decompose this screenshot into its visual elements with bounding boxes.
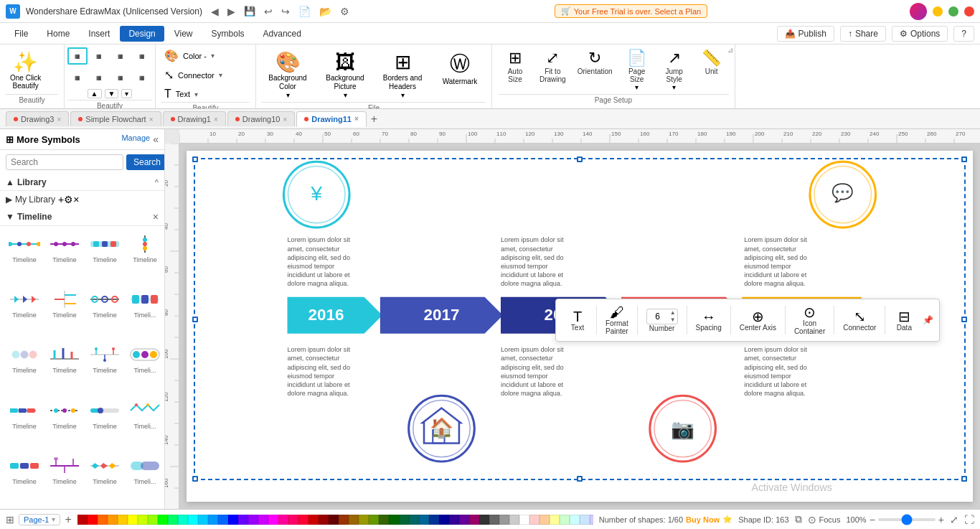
beautify-scroll-up[interactable]: ▲: [88, 89, 102, 98]
symbol-item-8[interactable]: Timeline: [6, 341, 43, 393]
my-library-settings-btn[interactable]: ⚙: [64, 194, 73, 205]
library-expand[interactable]: ▲ Library: [6, 177, 47, 187]
my-library-close-btn[interactable]: ×: [73, 194, 79, 205]
color-swatch[interactable]: [258, 515, 268, 525]
tab-close-drawing11[interactable]: ×: [354, 115, 359, 123]
stool-data[interactable]: ⊟ Data: [888, 306, 920, 334]
page-size-btn[interactable]: 📄 PageSize ▾: [620, 47, 654, 94]
color-swatch[interactable]: [158, 515, 168, 525]
color-swatch[interactable]: [228, 515, 238, 525]
color-swatch[interactable]: [188, 515, 198, 525]
fit-drawing-btn[interactable]: ⤢ Fit toDrawing: [535, 47, 570, 94]
minimize-btn[interactable]: [933, 6, 943, 17]
beautify-shape-2[interactable]: ▦: [89, 47, 109, 65]
menu-item-design[interactable]: Design: [120, 26, 164, 42]
stool-text[interactable]: T Text: [562, 306, 593, 334]
menu-item-file[interactable]: File: [6, 26, 37, 42]
search-input[interactable]: [6, 154, 123, 170]
color-swatch[interactable]: [540, 515, 550, 525]
canvas-area[interactable]: 1020304050607080901001101201301401501601…: [165, 129, 980, 509]
stool-icon-container[interactable]: ⊙ IconContainer: [788, 302, 831, 338]
color-swatch[interactable]: [499, 515, 509, 525]
color-swatch[interactable]: [168, 515, 178, 525]
color-swatch[interactable]: [459, 515, 469, 525]
color-swatch[interactable]: [77, 515, 88, 525]
zoom-in-btn[interactable]: +: [938, 514, 944, 525]
fit-page-btn[interactable]: ⤢: [950, 514, 958, 525]
color-swatch[interactable]: [359, 515, 369, 525]
menu-item-home[interactable]: Home: [38, 26, 78, 42]
auto-size-btn[interactable]: ⊞ AutoSize: [498, 47, 532, 94]
symbol-item-1[interactable]: Timeline: [46, 230, 83, 283]
layers-btn[interactable]: ⧉: [795, 513, 802, 525]
close-btn[interactable]: [964, 6, 974, 17]
fullscreen-btn[interactable]: ⛶: [964, 514, 974, 525]
color-swatch[interactable]: [88, 515, 98, 525]
color-swatch[interactable]: [128, 515, 138, 525]
color-swatch[interactable]: [469, 515, 479, 525]
color-swatch[interactable]: [550, 515, 560, 525]
tab-close-drawing1[interactable]: ×: [214, 116, 218, 123]
beautify-shape-1[interactable]: ▦: [67, 47, 88, 65]
stool-format-painter[interactable]: 🖌 FormatPainter: [600, 302, 634, 338]
beautify-shape-5[interactable]: ▦: [67, 69, 88, 86]
symbol-item-12[interactable]: Timeline: [6, 397, 43, 449]
symbol-item-10[interactable]: Timeline: [86, 341, 123, 393]
page-setup-expand-btn[interactable]: ⊿: [727, 46, 733, 54]
color-swatch[interactable]: [409, 515, 419, 525]
stool-spacing[interactable]: ↔ Spacing: [690, 306, 727, 334]
stool-number[interactable]: ▲ ▼ Number: [641, 306, 684, 335]
symbol-item-13[interactable]: Timeline: [46, 397, 83, 449]
beautify-shape-6[interactable]: ▦: [89, 69, 109, 86]
color-swatch[interactable]: [339, 515, 349, 525]
buy-now-btn[interactable]: Buy Now: [686, 515, 720, 524]
color-swatch[interactable]: [218, 515, 228, 525]
share-btn[interactable]: ↑ Share: [840, 26, 886, 42]
orientation-btn[interactable]: ↻ Orientation: [573, 47, 617, 94]
color-swatch[interactable]: [108, 515, 118, 525]
color-swatch[interactable]: [198, 515, 208, 525]
symbol-item-14[interactable]: Timeline: [86, 397, 123, 449]
menu-item-view[interactable]: View: [166, 26, 202, 42]
symbol-item-17[interactable]: Timeline: [46, 452, 83, 505]
one-click-beautify-btn[interactable]: ✨ One ClickBeautify: [6, 47, 45, 93]
tab-close-drawing3[interactable]: ×: [57, 116, 61, 123]
publish-btn[interactable]: 📤 Publish: [777, 26, 834, 42]
symbol-item-11[interactable]: Timeli...: [126, 341, 164, 393]
color-swatch[interactable]: [98, 515, 108, 525]
borders-btn[interactable]: ⊞ Borders andHeaders ▾: [377, 47, 428, 102]
color-swatch[interactable]: [288, 515, 298, 525]
color-swatch[interactable]: [319, 515, 329, 525]
beautify-shape-3[interactable]: ▦: [110, 47, 131, 65]
help-btn[interactable]: ?: [953, 26, 974, 42]
num-down-btn[interactable]: ▼: [669, 317, 677, 324]
manage-link[interactable]: Manage: [121, 134, 150, 145]
beautify-shape-7[interactable]: ▦: [110, 69, 131, 86]
color-swatch[interactable]: [389, 515, 399, 525]
menu-item-symbols[interactable]: Symbols: [203, 26, 253, 42]
redo-btn[interactable]: ↪: [278, 4, 293, 19]
num-up-btn[interactable]: ▲: [669, 309, 677, 317]
color-swatch[interactable]: [449, 515, 459, 525]
symbol-item-7[interactable]: Timeli...: [126, 286, 164, 338]
color-swatch[interactable]: [560, 515, 570, 525]
my-library[interactable]: ▶ My Library + ⚙ ×: [0, 191, 164, 208]
nav-back-btn[interactable]: ◀: [208, 4, 222, 19]
beautify-shape-4[interactable]: ▦: [132, 47, 152, 65]
connector-btn[interactable]: ⤡ Connector ▾: [161, 67, 250, 83]
my-library-add-btn[interactable]: +: [58, 194, 64, 205]
menu-item-advanced[interactable]: Advanced: [255, 26, 310, 42]
number-input[interactable]: [647, 311, 669, 322]
color-swatch[interactable]: [590, 515, 593, 525]
zoom-slider[interactable]: [878, 518, 936, 521]
text-btn[interactable]: T Text ▾: [161, 86, 250, 102]
open-btn[interactable]: 📂: [316, 4, 334, 19]
tab-close-drawing10[interactable]: ×: [283, 116, 287, 123]
color-swatch[interactable]: [238, 515, 248, 525]
color-swatch[interactable]: [479, 515, 489, 525]
symbol-item-5[interactable]: Timeline: [46, 286, 83, 338]
add-page-btn[interactable]: +: [65, 513, 71, 526]
maximize-btn[interactable]: [948, 6, 958, 17]
beautify-shape-8[interactable]: ▦: [132, 69, 152, 86]
color-swatch[interactable]: [308, 515, 319, 525]
